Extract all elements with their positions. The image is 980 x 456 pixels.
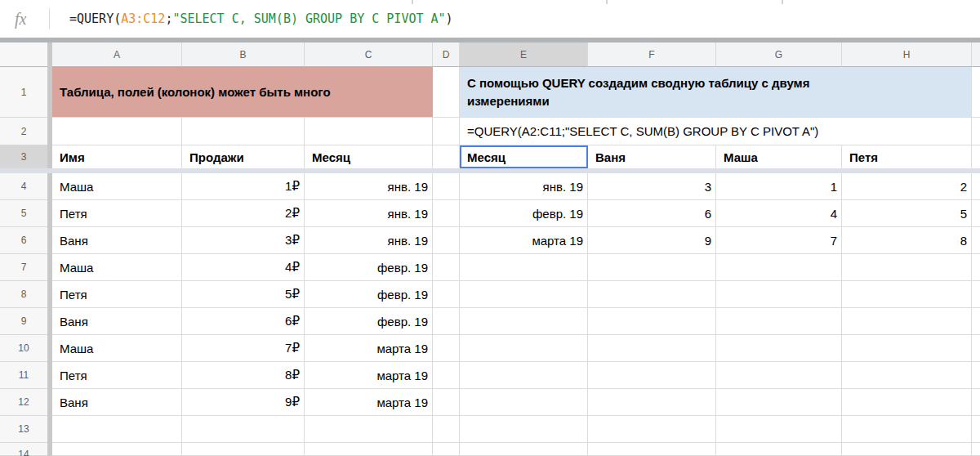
cell-F11[interactable] [588,362,716,389]
cell-B8[interactable]: 5₽ [182,281,305,308]
merged-cell-A1-title[interactable]: Таблица, полей (колонок) может быть мног… [52,67,433,118]
cell-E12[interactable] [460,389,588,416]
cell-A14[interactable] [52,443,182,456]
cell-overflow-4[interactable] [972,173,980,200]
cell-H8[interactable] [842,281,972,308]
cell-D6[interactable] [433,227,460,254]
row-header-13[interactable]: 13 [0,416,47,443]
row-header-1[interactable]: 1 [0,67,47,118]
column-header-C[interactable]: C [305,42,433,67]
cell-B14[interactable] [182,443,305,456]
cell-F7[interactable] [588,254,716,281]
cell-H13[interactable] [842,416,972,443]
column-header-F[interactable]: F [588,42,716,67]
cell-A3[interactable]: Имя [52,145,182,168]
cell-F10[interactable] [588,335,716,362]
cell-H9[interactable] [842,308,972,335]
cell-H11[interactable] [842,362,972,389]
cell-D11[interactable] [433,362,460,389]
cell-E8[interactable] [460,281,588,308]
cell-E2-formula-text[interactable]: =QUERY(A2:C11;"SELECT C, SUM(B) GROUP BY… [460,118,972,145]
cell-D8[interactable] [433,281,460,308]
row-header-9[interactable]: 9 [0,308,47,335]
cell-D7[interactable] [433,254,460,281]
row-header-7[interactable]: 7 [0,254,47,281]
cell-F14[interactable] [588,443,716,456]
cell-C7[interactable]: февр. 19 [305,254,433,281]
cell-H7[interactable] [842,254,972,281]
cell-D4[interactable] [433,173,460,200]
formula-input[interactable]: =QUERY(A3:C12;"SELECT C, SUM(B) GROUP BY… [69,11,453,26]
cell-C6[interactable]: янв. 19 [305,227,433,254]
cell-F6[interactable]: 9 [588,227,716,254]
row-header-11[interactable]: 11 [0,362,47,389]
cell-G13[interactable] [716,416,842,443]
cell-A11[interactable]: Петя [52,362,182,389]
column-header-D[interactable]: D [433,42,460,67]
cell-overflow-14[interactable] [972,443,980,456]
cell-B7[interactable]: 4₽ [182,254,305,281]
cell-E4[interactable]: янв. 19 [460,173,588,200]
cell-overflow-5[interactable] [972,200,980,227]
cell-E10[interactable] [460,335,588,362]
row-header-5[interactable]: 5 [0,200,47,227]
column-header-A[interactable]: A [52,42,182,67]
cell-F5[interactable]: 6 [588,200,716,227]
cell-G12[interactable] [716,389,842,416]
cell-E5[interactable]: февр. 19 [460,200,588,227]
cell-E6[interactable]: марта 19 [460,227,588,254]
cell-overflow-1[interactable] [972,67,980,118]
cell-D2[interactable] [433,118,460,145]
row-header-12[interactable]: 12 [0,389,47,416]
cell-H6[interactable]: 8 [842,227,972,254]
cell-G14[interactable] [716,443,842,456]
merged-cell-E1-title[interactable]: С помощью QUERY создадим сводную таблицу… [460,67,972,118]
cell-H4[interactable]: 2 [842,173,972,200]
cell-A5[interactable]: Петя [52,200,182,227]
cell-G7[interactable] [716,254,842,281]
cell-E11[interactable] [460,362,588,389]
cell-overflow-3[interactable] [972,145,980,168]
cell-A7[interactable]: Маша [52,254,182,281]
cell-overflow-6[interactable] [972,227,980,254]
cell-D3[interactable] [433,145,460,168]
cell-H3[interactable]: Петя [842,145,972,168]
cell-D13[interactable] [433,416,460,443]
cell-H14[interactable] [842,443,972,456]
column-header-G[interactable]: G [716,42,842,67]
row-header-8[interactable]: 8 [0,281,47,308]
cell-C12[interactable]: марта 19 [305,389,433,416]
cell-E7[interactable] [460,254,588,281]
column-header-B[interactable]: B [182,42,305,67]
cell-D5[interactable] [433,200,460,227]
cell-E14[interactable] [460,443,588,456]
cell-B9[interactable]: 6₽ [182,308,305,335]
grid-corner[interactable] [0,42,47,67]
selected-cell-E3[interactable]: Месяц [460,145,588,168]
cell-B4[interactable]: 1₽ [182,173,305,200]
cell-overflow-13[interactable] [972,416,980,443]
cell-A2[interactable] [52,118,182,145]
cell-overflow-10[interactable] [972,335,980,362]
cell-B6[interactable]: 3₽ [182,227,305,254]
row-header-3[interactable]: 3 [0,145,47,168]
cell-C11[interactable]: марта 19 [305,362,433,389]
cell-A8[interactable]: Петя [52,281,182,308]
cell-B12[interactable]: 9₽ [182,389,305,416]
cell-G8[interactable] [716,281,842,308]
column-header-H[interactable]: H [842,42,972,67]
cell-G11[interactable] [716,362,842,389]
cell-overflow-8[interactable] [972,281,980,308]
cell-A13[interactable] [52,416,182,443]
row-header-10[interactable]: 10 [0,335,47,362]
row-header-6[interactable]: 6 [0,227,47,254]
cell-F13[interactable] [588,416,716,443]
cell-B13[interactable] [182,416,305,443]
cell-G6[interactable]: 7 [716,227,842,254]
cell-H12[interactable] [842,389,972,416]
cell-F12[interactable] [588,389,716,416]
cell-D14[interactable] [433,443,460,456]
cell-C8[interactable]: февр. 19 [305,281,433,308]
cell-G3[interactable]: Маша [716,145,842,168]
cell-C4[interactable]: янв. 19 [305,173,433,200]
